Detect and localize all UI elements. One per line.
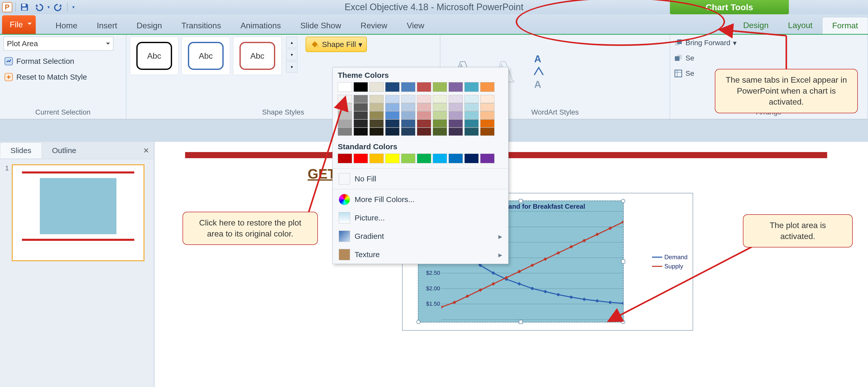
chart-element-selector[interactable]: Plot Area (4, 37, 113, 51)
color-swatch[interactable] (338, 128, 352, 136)
color-swatch[interactable] (369, 154, 384, 163)
color-swatch[interactable] (338, 119, 352, 128)
color-swatch[interactable] (464, 111, 479, 119)
color-swatch[interactable] (433, 154, 447, 163)
color-swatch[interactable] (417, 82, 431, 92)
color-swatch[interactable] (448, 95, 463, 103)
color-swatch[interactable] (338, 111, 352, 119)
color-swatch[interactable] (369, 82, 384, 92)
format-selection-button[interactable]: Format Selection (4, 56, 122, 66)
color-swatch[interactable] (433, 119, 447, 128)
undo-icon[interactable] (33, 2, 44, 13)
texture-fill-option[interactable]: Texture▸ (333, 246, 508, 264)
bring-forward-button[interactable]: Bring Forward ▾ (674, 38, 737, 47)
color-swatch[interactable] (338, 95, 352, 103)
color-swatch[interactable] (401, 154, 415, 163)
tab-chart-design[interactable]: Design (734, 17, 778, 34)
tab-animations[interactable]: Animations (231, 18, 290, 34)
color-swatch[interactable] (480, 119, 495, 128)
color-swatch[interactable] (369, 119, 384, 128)
text-fill-icon[interactable]: A (532, 53, 548, 65)
color-swatch[interactable] (433, 82, 447, 92)
shape-style-1[interactable]: Abc (130, 37, 179, 75)
tab-chart-layout[interactable]: Layout (778, 17, 822, 34)
more-fill-colors-option[interactable]: More Fill Colors... (333, 190, 508, 209)
color-swatch[interactable] (464, 154, 479, 163)
color-swatch[interactable] (480, 82, 495, 92)
color-swatch[interactable] (464, 82, 479, 92)
color-swatch[interactable] (417, 95, 431, 103)
color-swatch[interactable] (401, 119, 415, 128)
color-swatch[interactable] (417, 154, 431, 163)
color-swatch[interactable] (353, 154, 368, 163)
color-swatch[interactable] (448, 119, 463, 128)
color-swatch[interactable] (448, 103, 463, 111)
color-swatch[interactable] (385, 119, 400, 128)
color-swatch[interactable] (401, 103, 415, 111)
color-swatch[interactable] (480, 103, 495, 111)
color-swatch[interactable] (353, 95, 368, 103)
redo-icon[interactable] (53, 2, 64, 13)
tab-insert[interactable]: Insert (87, 18, 127, 34)
file-tab[interactable]: File (2, 15, 36, 34)
color-swatch[interactable] (433, 103, 447, 111)
color-swatch[interactable] (385, 103, 400, 111)
slides-tab[interactable]: Slides (0, 142, 42, 158)
color-swatch[interactable] (448, 128, 463, 136)
color-swatch[interactable] (401, 82, 415, 92)
color-swatch[interactable] (385, 154, 400, 163)
color-swatch[interactable] (433, 128, 447, 136)
color-swatch[interactable] (369, 95, 384, 103)
color-swatch[interactable] (401, 111, 415, 119)
shape-style-2[interactable]: Abc (182, 37, 230, 75)
color-swatch[interactable] (401, 95, 415, 103)
color-swatch[interactable] (433, 95, 447, 103)
color-swatch[interactable] (353, 82, 368, 92)
color-swatch[interactable] (353, 103, 368, 111)
color-swatch[interactable] (480, 128, 495, 136)
picture-fill-option[interactable]: Picture... (333, 209, 508, 227)
color-swatch[interactable] (369, 103, 384, 111)
outline-tab[interactable]: Outline (42, 142, 87, 158)
color-swatch[interactable] (448, 154, 463, 163)
color-swatch[interactable] (353, 119, 368, 128)
color-swatch[interactable] (385, 95, 400, 103)
color-swatch[interactable] (480, 95, 495, 103)
color-swatch[interactable] (417, 119, 431, 128)
color-swatch[interactable] (385, 128, 400, 136)
color-swatch[interactable] (369, 128, 384, 136)
shape-fill-button[interactable]: Shape Fill ▾ (306, 37, 367, 52)
color-swatch[interactable] (480, 111, 495, 119)
tab-slide-show[interactable]: Slide Show (290, 18, 351, 34)
color-swatch[interactable] (464, 128, 479, 136)
gradient-fill-option[interactable]: Gradient▸ (333, 227, 508, 246)
reset-style-button[interactable]: Reset to Match Style (4, 72, 122, 82)
tab-view[interactable]: View (397, 18, 434, 34)
slide-thumbnail-1[interactable] (12, 164, 145, 261)
color-swatch[interactable] (338, 103, 352, 111)
color-swatch[interactable] (385, 111, 400, 119)
tab-home[interactable]: Home (46, 18, 87, 34)
close-icon[interactable]: × (144, 145, 149, 156)
color-swatch[interactable] (353, 128, 368, 136)
color-swatch[interactable] (338, 154, 352, 163)
color-swatch[interactable] (448, 111, 463, 119)
color-swatch[interactable] (464, 95, 479, 103)
shape-style-3[interactable]: Abc (233, 37, 282, 75)
send-backward-button[interactable]: Se (674, 54, 694, 63)
tab-design[interactable]: Design (127, 18, 172, 34)
color-swatch[interactable] (464, 119, 479, 128)
color-swatch[interactable] (401, 128, 415, 136)
color-swatch[interactable] (353, 111, 368, 119)
color-swatch[interactable] (417, 103, 431, 111)
color-swatch[interactable] (464, 103, 479, 111)
tab-chart-format[interactable]: Format (822, 17, 868, 34)
color-swatch[interactable] (448, 82, 463, 92)
no-fill-option[interactable]: No Fill (333, 170, 508, 188)
tab-transitions[interactable]: Transitions (172, 18, 231, 34)
style-nav-more[interactable]: ▾ (286, 61, 298, 72)
save-icon[interactable] (19, 2, 30, 13)
color-swatch[interactable] (385, 82, 400, 92)
color-swatch[interactable] (338, 82, 352, 92)
style-nav-down[interactable]: ▾ (286, 49, 298, 60)
